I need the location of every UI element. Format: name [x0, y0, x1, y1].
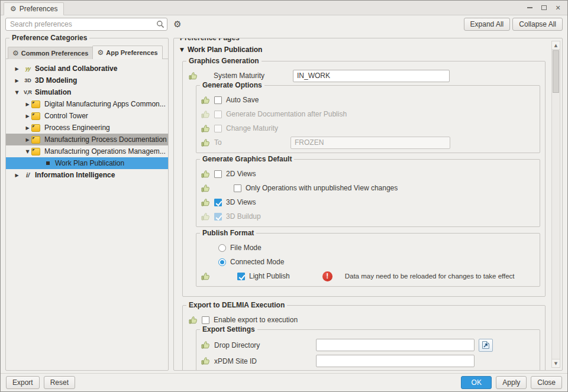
vertical-scrollbar[interactable]: ▲ ▼	[551, 41, 560, 368]
app-category-icon	[31, 101, 40, 108]
tree-item-work-plan-publication[interactable]: Work Plan Publication	[6, 157, 168, 169]
restore-icon	[541, 5, 547, 10]
search-input[interactable]	[5, 18, 167, 31]
file-mode-radio[interactable]	[218, 244, 226, 252]
3d-views-checkbox[interactable]	[214, 199, 222, 206]
expander-collapsed-icon[interactable]: ▶	[13, 66, 21, 72]
xpdm-site-id-input[interactable]	[316, 355, 475, 367]
gear-icon: ⚙	[97, 49, 104, 56]
export-delmia-title: Export to DELMIA Execution	[186, 301, 287, 310]
pref-lock-thumb-icon[interactable]	[189, 316, 198, 325]
expander-collapsed-icon[interactable]: ▶	[24, 137, 31, 142]
expander-collapsed-icon[interactable]: ▶	[24, 102, 31, 107]
warning-glyph: !	[326, 273, 328, 280]
tree-item-label: Social and Collaborative	[35, 64, 117, 73]
titlebar: ⚙ Preferences ×	[1, 1, 567, 15]
reset-button[interactable]: Reset	[44, 376, 75, 389]
pref-lock-thumb-icon[interactable]	[201, 170, 210, 179]
pref-lock-thumb-icon[interactable]	[201, 138, 210, 147]
tab-common-preferences[interactable]: ⚙ Common Preferences	[8, 47, 93, 59]
pref-lock-thumb-icon[interactable]	[201, 184, 210, 193]
tree-item-label: Simulation	[35, 88, 71, 96]
settings-gear-button[interactable]: ⚙	[170, 18, 185, 31]
to-label: To	[214, 138, 286, 147]
light-publish-checkbox[interactable]	[237, 273, 245, 280]
scroll-down-icon: ▼	[554, 361, 557, 366]
expander-expanded-icon[interactable]: ▼	[13, 90, 21, 95]
tree-item-control-tower[interactable]: ▶ Control Tower	[6, 110, 168, 122]
footer-bar: Export Reset OK Apply Close	[1, 373, 567, 391]
publish-format-group: Publish Format File Mode Connected Mode	[196, 233, 540, 287]
tree-item-manufacturing-operations-management[interactable]: ▼ Manufacturing Operations Managem...	[6, 145, 168, 157]
scroll-down-button[interactable]: ▼	[552, 359, 560, 367]
browse-folder-button[interactable]	[479, 339, 493, 352]
2d-views-checkbox[interactable]	[214, 170, 222, 178]
expander-collapsed-icon[interactable]: ▶	[13, 173, 21, 178]
pref-lock-thumb-icon[interactable]	[201, 110, 210, 119]
graphics-generation-group: Graphics Generation System Maturity Gene…	[182, 61, 546, 297]
scrollbar-thumb[interactable]	[553, 50, 559, 93]
generate-options-group: Generate Options Auto Save Generate D	[196, 85, 540, 153]
connected-mode-row: Connected Mode	[200, 255, 536, 269]
tree-item-process-engineering[interactable]: ▶ Process Engineering	[6, 122, 168, 134]
pref-lock-thumb-icon[interactable]	[201, 212, 210, 221]
section-expanded-icon[interactable]: ▼	[180, 47, 184, 53]
restore-button[interactable]	[537, 2, 551, 14]
auto-save-checkbox[interactable]	[214, 96, 222, 104]
scroll-up-icon: ▲	[554, 43, 557, 48]
drop-directory-input[interactable]	[316, 339, 475, 351]
leaf-bullet-icon	[46, 161, 50, 165]
ok-button[interactable]: OK	[461, 376, 492, 389]
search-toolbar: ⚙ Expand All Collapse All	[1, 15, 567, 33]
auto-save-label: Auto Save	[226, 96, 259, 104]
tree-item-manufacturing-process-documentation[interactable]: ▶ Manufacturing Process Documentation	[6, 134, 168, 145]
change-maturity-checkbox[interactable]	[214, 125, 222, 132]
scroll-up-button[interactable]: ▲	[552, 41, 560, 50]
generate-documentation-label: Generate Documentation after Publish	[226, 110, 347, 118]
expander-collapsed-icon[interactable]: ▶	[13, 78, 21, 83]
pref-lock-thumb-icon[interactable]	[201, 357, 210, 365]
export-button[interactable]: Export	[6, 376, 40, 389]
pref-lock-thumb-icon[interactable]	[201, 124, 210, 133]
tree-item-3d-modeling[interactable]: ▶ 3D 3D Modeling	[6, 74, 168, 86]
enable-export-checkbox[interactable]	[202, 316, 209, 324]
collapse-all-button[interactable]: Collapse All	[512, 18, 563, 31]
file-mode-row: File Mode	[200, 241, 536, 255]
preferences-tab[interactable]: ⚙ Preferences	[4, 2, 64, 15]
expander-collapsed-icon[interactable]: ▶	[24, 114, 31, 119]
only-operations-checkbox[interactable]	[234, 184, 241, 192]
pref-lock-thumb-icon[interactable]	[201, 272, 210, 281]
pref-lock-thumb-icon[interactable]	[201, 198, 210, 207]
system-maturity-input[interactable]	[293, 70, 450, 82]
3d-modeling-icon: 3D	[21, 77, 35, 83]
pref-lock-thumb-icon[interactable]	[201, 341, 210, 349]
pref-lock-thumb-icon[interactable]	[189, 72, 198, 80]
expander-collapsed-icon[interactable]: ▶	[24, 125, 31, 131]
tree-item-label: Manufacturing Operations Managem...	[44, 147, 166, 155]
3d-buildup-checkbox[interactable]	[214, 213, 222, 221]
generate-graphics-default-title: Generate Graphics Default	[200, 155, 294, 164]
change-maturity-label: Change Maturity	[226, 124, 278, 132]
tree-item-label: Digital Manufacturing Apps Common...	[44, 100, 166, 108]
pref-lock-thumb-icon[interactable]	[201, 96, 210, 105]
tree-item-label: Manufacturing Process Documentation	[44, 135, 167, 144]
tree-item-information-intelligence[interactable]: ▶ i/ Information Intelligence	[6, 169, 168, 181]
close-button[interactable]: Close	[531, 376, 562, 389]
tree-item-simulation[interactable]: ▼ V,R Simulation	[6, 86, 168, 98]
page-header[interactable]: ▼ Work Plan Publication	[180, 46, 548, 54]
tree-item-digital-manufacturing-apps-common[interactable]: ▶ Digital Manufacturing Apps Common...	[6, 98, 168, 110]
to-input[interactable]	[291, 137, 450, 149]
gear-icon: ⚙	[173, 19, 181, 30]
apply-button[interactable]: Apply	[496, 376, 527, 389]
minimize-button[interactable]	[522, 2, 537, 14]
expand-all-button[interactable]: Expand All	[464, 18, 511, 31]
generate-documentation-checkbox[interactable]	[214, 111, 222, 118]
minimize-icon	[527, 7, 532, 8]
expander-expanded-icon[interactable]: ▼	[24, 149, 31, 154]
tab-app-preferences[interactable]: ⚙ App Preferences	[92, 46, 162, 59]
connected-mode-radio[interactable]	[218, 258, 226, 266]
search-icon[interactable]	[156, 20, 164, 28]
to-row: To	[200, 135, 536, 150]
tree-item-social-and-collaborative[interactable]: ▶ yy Social and Collaborative	[6, 63, 168, 74]
close-window-button[interactable]: ×	[551, 2, 565, 14]
